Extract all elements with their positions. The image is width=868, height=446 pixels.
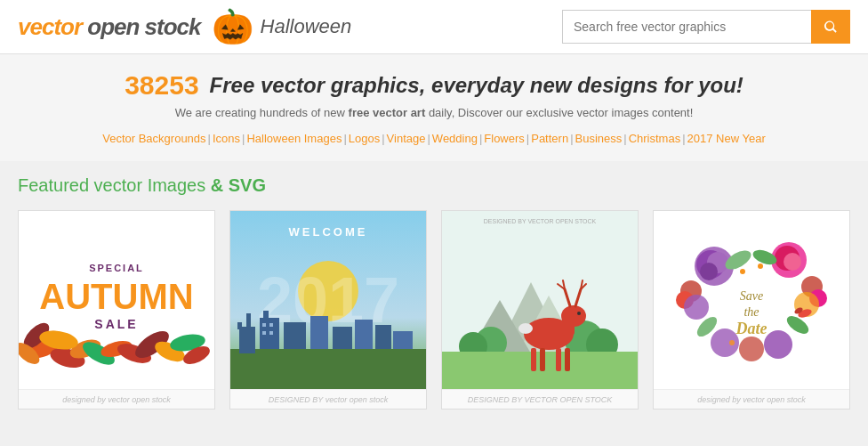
nav-sep-3: | — [343, 132, 346, 145]
svg-rect-51 — [565, 348, 570, 371]
svg-rect-21 — [239, 327, 255, 353]
nav-link-pattern[interactable]: Pattern — [531, 132, 568, 145]
svg-point-77 — [764, 330, 792, 359]
halloween-area: 🎃 Halloween — [212, 7, 352, 46]
nav-sep-5: | — [427, 132, 430, 145]
svg-point-84 — [729, 340, 735, 345]
card-autumn-sale[interactable]: SPECIAL AUTUMN SALE designed by vector o… — [18, 210, 215, 410]
welcome-svg: 2017 WELCOME — [230, 211, 426, 389]
nav-link-new-year[interactable]: 2017 New Year — [687, 132, 766, 145]
nav-link-flowers[interactable]: Flowers — [484, 132, 525, 145]
svg-text:Save: Save — [740, 289, 763, 303]
nav-sep-8: | — [570, 132, 573, 145]
card-autumn-footer: designed by vector open stock — [19, 389, 214, 409]
card-save-bg: Save the Date — [654, 211, 849, 389]
card-welcome-footer: DESIGNED BY vector open stock — [230, 389, 426, 409]
search-icon — [823, 19, 839, 35]
subtitle-suffix: daily, Discover our exclusive vector ima… — [425, 106, 693, 119]
card-deer-footer: DESIGNED BY VECTOR OPEN STOCK — [442, 389, 638, 409]
header: vector open stock 🎃 Halloween — [0, 0, 868, 54]
svg-rect-30 — [375, 325, 391, 349]
banner: 38253 Free vector graphics, everyday new… — [0, 54, 868, 161]
svg-point-75 — [711, 328, 739, 357]
card-deer[interactable]: DESIGNED BY VECTOR OPEN STOCK DESIGNED B… — [441, 210, 639, 410]
cards-grid: SPECIAL AUTUMN SALE designed by vector o… — [18, 210, 850, 410]
card-deer-image: DESIGNED BY VECTOR OPEN STOCK — [442, 211, 638, 389]
logo-area: vector open stock 🎃 Halloween — [18, 7, 351, 46]
svg-point-71 — [684, 295, 709, 320]
search-button[interactable] — [811, 10, 850, 44]
search-area — [562, 10, 850, 44]
svg-point-68 — [784, 253, 801, 271]
nav-sep-4: | — [382, 132, 384, 145]
search-input[interactable] — [562, 10, 811, 44]
logo-vector-text: vector — [18, 13, 82, 40]
svg-rect-48 — [531, 348, 536, 371]
featured-section: Featured vector Images & SVG — [0, 161, 868, 427]
card-autumn-bg: SPECIAL AUTUMN SALE — [19, 211, 214, 389]
svg-point-59 — [577, 312, 581, 315]
card-welcome-image: 2017 WELCOME — [230, 211, 426, 389]
nav-sep-7: | — [526, 132, 529, 145]
nav-sep-1: | — [208, 132, 211, 145]
card-welcome-footer-text: DESIGNED BY vector open stock — [269, 395, 388, 404]
svg-rect-29 — [355, 320, 373, 349]
card-deer-footer-text: DESIGNED BY VECTOR OPEN STOCK — [468, 395, 613, 404]
svg-rect-35 — [269, 331, 273, 335]
card-welcome-2017[interactable]: 2017 WELCOME — [229, 210, 427, 410]
svg-text:AUTUMN: AUTUMN — [39, 277, 193, 316]
nav-link-business[interactable]: Business — [575, 132, 623, 145]
card-save-image: Save the Date — [654, 211, 849, 389]
count-number: 38253 — [125, 70, 198, 101]
card-deer-bg: DESIGNED BY VECTOR OPEN STOCK — [442, 211, 638, 389]
pumpkin-icon: 🎃 — [212, 7, 253, 46]
card-autumn-footer-text: designed by vector open stock — [62, 395, 171, 404]
svg-rect-32 — [262, 323, 266, 327]
svg-rect-34 — [262, 331, 266, 335]
subtitle-text: We are creating hundreds of new free vec… — [18, 106, 850, 119]
card-save-footer: designed by vector open stock — [654, 389, 849, 409]
nav-link-halloween[interactable]: Halloween Images — [246, 132, 342, 145]
featured-title: Featured vector Images & SVG — [18, 175, 850, 196]
subtitle-prefix: We are creating hundreds of new — [175, 106, 349, 119]
card-welcome-bg: 2017 WELCOME — [230, 211, 426, 389]
autumn-svg: SPECIAL AUTUMN SALE — [19, 211, 214, 389]
svg-point-76 — [739, 337, 764, 361]
nav-links: Vector Backgrounds | Icons | Halloween I… — [18, 128, 850, 152]
nav-link-christmas[interactable]: Christmas — [629, 132, 681, 145]
svg-text:SPECIAL: SPECIAL — [89, 263, 144, 273]
nav-sep-2: | — [242, 132, 245, 145]
nav-link-wedding[interactable]: Wedding — [432, 132, 478, 145]
logo-openstock-text: open stock — [82, 13, 200, 40]
svg-rect-49 — [540, 348, 545, 371]
svg-rect-26 — [284, 322, 306, 349]
save-date-svg: Save the Date — [654, 211, 849, 389]
svg-point-58 — [518, 323, 533, 334]
nav-link-icons[interactable]: Icons — [213, 132, 240, 145]
svg-rect-25 — [263, 311, 269, 321]
svg-text:DESIGNED BY VECTOR OPEN STOCK: DESIGNED BY VECTOR OPEN STOCK — [484, 218, 597, 224]
nav-link-logos[interactable]: Logos — [349, 132, 380, 145]
svg-rect-33 — [269, 323, 273, 327]
svg-rect-23 — [246, 313, 251, 329]
deer-svg: DESIGNED BY VECTOR OPEN STOCK — [442, 211, 638, 389]
svg-rect-47 — [562, 316, 575, 336]
svg-point-65 — [700, 263, 718, 280]
nav-sep-6: | — [479, 132, 482, 145]
card-save-date[interactable]: Save the Date designed by vector open st… — [653, 210, 850, 410]
nav-link-vintage[interactable]: Vintage — [387, 132, 426, 145]
card-autumn-image: SPECIAL AUTUMN SALE — [19, 211, 214, 389]
subtitle-bold: free vector art — [349, 106, 426, 119]
svg-rect-28 — [333, 327, 352, 349]
nav-link-vector-backgrounds[interactable]: Vector Backgrounds — [102, 132, 205, 145]
logo[interactable]: vector open stock — [18, 13, 201, 41]
svg-text:the: the — [743, 305, 759, 319]
svg-point-82 — [740, 269, 745, 274]
svg-rect-50 — [556, 348, 561, 371]
svg-rect-20 — [230, 349, 426, 389]
count-tagline: 38253 Free vector graphics, everyday new… — [18, 70, 850, 101]
featured-title-bold: & SVG — [205, 175, 266, 195]
svg-text:WELCOME: WELCOME — [289, 225, 368, 239]
tagline-text: Free vector graphics, everyday new desig… — [210, 73, 743, 98]
svg-rect-27 — [310, 316, 328, 349]
